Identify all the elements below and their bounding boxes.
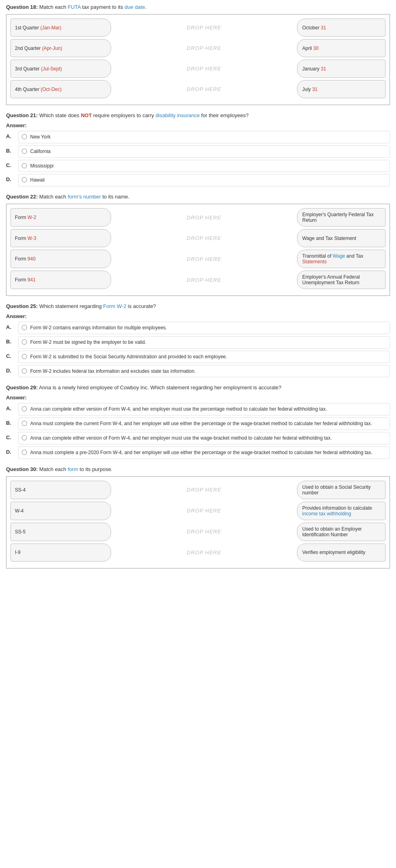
- q25-number: Question 25:: [6, 303, 38, 309]
- q25-option-a[interactable]: Form W-2 contains earnings information f…: [18, 322, 390, 334]
- q22-drop-1[interactable]: DROP HERE: [111, 208, 297, 227]
- question-22: Question 22: Match each form's number to…: [6, 194, 390, 296]
- q30-right-3[interactable]: Used to obtain an Employer Identificatio…: [297, 523, 386, 541]
- q29-letter-b: B.: [6, 417, 18, 426]
- q22-right-3[interactable]: Transmittal of Wage and Tax Statements: [297, 250, 386, 268]
- q21-option-a[interactable]: New York: [18, 131, 390, 143]
- q18-left-1[interactable]: 1st Quarter (Jan-Mar): [10, 19, 111, 37]
- q22-left-1[interactable]: Form W-2: [10, 208, 111, 227]
- q18-left-3[interactable]: 3rd Quarter (Jul-Sept): [10, 60, 111, 78]
- q21-text-a: New York: [30, 134, 51, 141]
- q21-answer-label: Answer:: [6, 122, 390, 128]
- q30-match-container: SS-4 DROP HERE Used to obtain a Social S…: [6, 476, 390, 568]
- q30-label: Question 30: Match each form to its purp…: [6, 466, 390, 472]
- q21-letter-a: A.: [6, 131, 18, 139]
- q30-left-1[interactable]: SS-4: [10, 481, 111, 499]
- q30-left-1-text: SS-4: [15, 487, 26, 493]
- q30-left-3-text: SS-5: [15, 529, 26, 535]
- q30-left-2-text: W-4: [15, 508, 24, 514]
- q29-option-a[interactable]: Anna can complete either version of Form…: [18, 403, 390, 415]
- q30-row-4: I-9 DROP HERE Verifies employment eligib…: [10, 544, 386, 562]
- q29-radio-b[interactable]: [22, 421, 27, 426]
- q22-drop-4[interactable]: DROP HERE: [111, 271, 297, 289]
- q21-radio-d[interactable]: [22, 177, 27, 182]
- q21-option-d[interactable]: Hawaii: [18, 174, 390, 186]
- q29-option-row-b: B. Anna must complete the current Form W…: [6, 417, 390, 430]
- question-30: Question 30: Match each form to its purp…: [6, 466, 390, 568]
- q30-form: form: [68, 466, 78, 472]
- q30-drop-4[interactable]: DROP HERE: [111, 544, 297, 562]
- q22-drop-3[interactable]: DROP HERE: [111, 250, 297, 268]
- q22-right-4[interactable]: Employer's Annual Federal Unemployment T…: [297, 271, 386, 289]
- q25-text: Which statement regarding Form W-2 is ac…: [39, 303, 156, 309]
- q21-letter-b: B.: [6, 145, 18, 154]
- q25-letter-a: A.: [6, 322, 18, 330]
- q18-drop-3[interactable]: DROP HERE: [111, 60, 297, 78]
- q25-formw2: Form W-2: [103, 303, 126, 309]
- q29-number: Question 29:: [6, 384, 38, 391]
- q29-radio-a[interactable]: [22, 406, 27, 411]
- q25-radio-d[interactable]: [22, 368, 27, 374]
- q29-option-c[interactable]: Anna can complete either version of Form…: [18, 432, 390, 444]
- q22-right-3-wage: Wage: [333, 253, 345, 259]
- q30-drop-2[interactable]: DROP HERE: [111, 502, 297, 520]
- q18-drop-2[interactable]: DROP HERE: [111, 39, 297, 57]
- q18-left-4-sub: (Oct-Dec): [41, 87, 62, 92]
- q22-left-2[interactable]: Form W-3: [10, 229, 111, 247]
- q25-letter-d: D.: [6, 365, 18, 374]
- q30-right-2[interactable]: Provides information to calculate income…: [297, 502, 386, 520]
- q21-radio-c[interactable]: [22, 163, 27, 168]
- q18-left-4[interactable]: 4th Quarter (Oct-Dec): [10, 80, 111, 98]
- q18-right-2[interactable]: April 30: [297, 39, 386, 57]
- q18-right-4[interactable]: July 31: [297, 80, 386, 98]
- q29-radio-d[interactable]: [22, 450, 27, 455]
- q29-text-b: Anna must complete the current Form W-4,…: [30, 420, 372, 427]
- q25-option-c[interactable]: Form W-2 is submitted to the Social Secu…: [18, 351, 390, 363]
- q25-text-d: Form W-2 includes federal tax informatio…: [30, 368, 196, 375]
- q29-letter-d: D.: [6, 446, 18, 455]
- q22-left-3[interactable]: Form 940: [10, 250, 111, 268]
- q29-option-d[interactable]: Anna must complete a pre-2020 Form W-4, …: [18, 446, 390, 459]
- question-29: Question 29: Anna is a newly hired emplo…: [6, 384, 390, 459]
- q29-option-row-c: C. Anna can complete either version of F…: [6, 432, 390, 444]
- q25-option-d[interactable]: Form W-2 includes federal tax informatio…: [18, 365, 390, 378]
- q25-label: Question 25: Which statement regarding F…: [6, 303, 390, 309]
- q18-row-1: 1st Quarter (Jan-Mar) DROP HERE October …: [10, 19, 386, 37]
- q30-drop-1[interactable]: DROP HERE: [111, 481, 297, 499]
- q18-right-3[interactable]: January 31: [297, 60, 386, 78]
- q18-left-2[interactable]: 2nd Quarter (Apr-Jun): [10, 39, 111, 57]
- q30-right-2-income: income tax withholding: [302, 511, 351, 517]
- q25-option-row-a: A. Form W-2 contains earnings informatio…: [6, 322, 390, 334]
- q18-drop-1[interactable]: DROP HERE: [111, 19, 297, 37]
- q25-radio-c[interactable]: [22, 354, 27, 359]
- q30-left-4[interactable]: I-9: [10, 544, 111, 562]
- q21-option-b[interactable]: California: [18, 145, 390, 158]
- q21-radio-b[interactable]: [22, 149, 27, 154]
- q30-right-4[interactable]: Verifies employment eligibility: [297, 544, 386, 562]
- q29-text-a: Anna can complete either version of Form…: [30, 406, 327, 413]
- q18-drop-4[interactable]: DROP HERE: [111, 80, 297, 98]
- q25-option-b[interactable]: Form W-2 must be signed by the employer …: [18, 336, 390, 349]
- q22-left-4[interactable]: Form 941: [10, 271, 111, 289]
- q18-label: Question 18: Match each FUTA tax payment…: [6, 4, 390, 10]
- q22-drop-2[interactable]: DROP HERE: [111, 229, 297, 247]
- q22-row-3: Form 940 DROP HERE Transmittal of Wage a…: [10, 250, 386, 268]
- q22-right-2-text: Wage and Tax Statement: [302, 236, 356, 241]
- q29-radio-c[interactable]: [22, 435, 27, 440]
- q22-right-1[interactable]: Employer's Quarterly Federal Tax Return: [297, 208, 386, 227]
- q25-radio-a[interactable]: [22, 325, 27, 330]
- q30-row-3: SS-5 DROP HERE Used to obtain an Employe…: [10, 523, 386, 541]
- q22-row-4: Form 941 DROP HERE Employer's Annual Fed…: [10, 271, 386, 289]
- q25-options: A. Form W-2 contains earnings informatio…: [6, 322, 390, 377]
- q30-drop-3[interactable]: DROP HERE: [111, 523, 297, 541]
- q30-right-1[interactable]: Used to obtain a Social Security number: [297, 481, 386, 499]
- q18-right-1[interactable]: October 31: [297, 19, 386, 37]
- q30-left-3[interactable]: SS-5: [10, 523, 111, 541]
- q25-radio-b[interactable]: [22, 339, 27, 345]
- q29-option-b[interactable]: Anna must complete the current Form W-4,…: [18, 417, 390, 430]
- q18-left-1-sub: (Jan-Mar): [40, 25, 61, 31]
- q22-right-2[interactable]: Wage and Tax Statement: [297, 229, 386, 247]
- q21-option-c[interactable]: Mississippi: [18, 160, 390, 172]
- q21-radio-a[interactable]: [22, 134, 27, 139]
- q30-left-2[interactable]: W-4: [10, 502, 111, 520]
